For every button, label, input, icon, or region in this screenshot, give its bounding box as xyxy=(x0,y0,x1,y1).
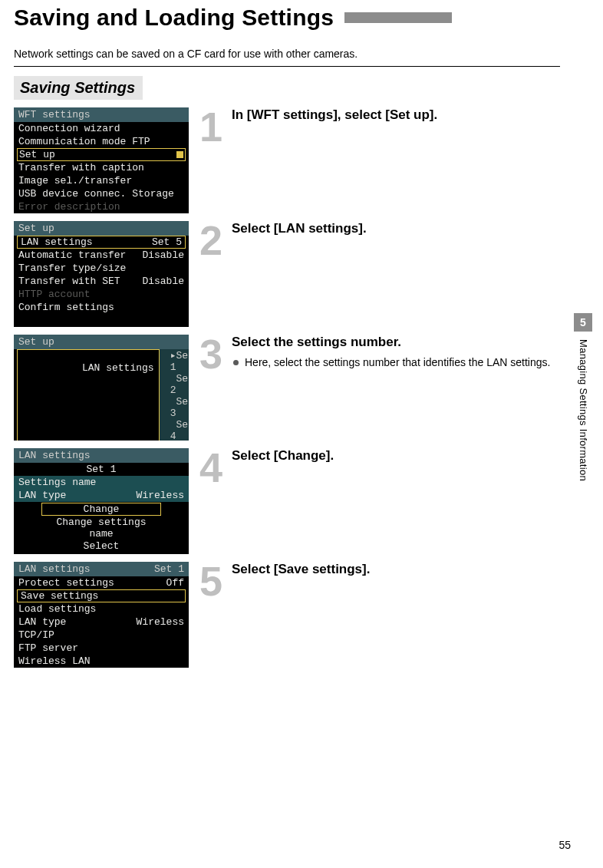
menu-item-selected: Set up xyxy=(17,148,186,161)
menu-item-disabled: HTTP account xyxy=(14,288,189,301)
dropdown-option: Set 2 xyxy=(170,373,189,396)
step-instruction: In [WFT settings], select [Set up]. xyxy=(232,107,560,123)
menu-item: Load settings xyxy=(14,602,189,616)
chapter-label: Managing Settings Information xyxy=(578,339,589,481)
menu-item: Transfer with SETDisable xyxy=(14,275,189,288)
screenshot-save-settings: LAN settingsSet 1 Protect settingsOff Sa… xyxy=(14,562,189,668)
dropdown-option: ▸Set 1 xyxy=(170,350,189,373)
step-instruction: Select [Change]. xyxy=(232,448,560,464)
menu-item: Transfer with caption xyxy=(14,161,189,174)
menu-item: Communication mode FTP xyxy=(14,135,189,148)
menu-item: Protect settingsOff xyxy=(14,576,189,589)
section-heading: Saving Settings xyxy=(14,76,143,100)
cursor-dot-icon xyxy=(176,151,183,158)
menu-item-value: Set 5 xyxy=(152,236,182,248)
menu-item: Image sel./transfer xyxy=(14,174,189,187)
step-number: 1 xyxy=(195,107,226,213)
menu-button: Select xyxy=(41,540,161,552)
chapter-tab: 5 xyxy=(574,313,592,332)
menu-item: FTP server xyxy=(14,642,189,655)
menu-item: Confirm settings xyxy=(14,301,189,314)
step-number: 2 xyxy=(195,221,226,327)
menu-title: Set up xyxy=(14,221,189,236)
menu-button: Change settings name xyxy=(41,517,161,540)
menu-subtitle: Set 1 xyxy=(14,463,189,476)
menu-title: LAN settings xyxy=(14,448,189,463)
step-instruction: Select the settings number. xyxy=(232,335,560,350)
menu-item: Settings name xyxy=(14,476,189,489)
menu-item: Transfer type/size xyxy=(14,262,189,275)
step-number: 4 xyxy=(195,448,226,554)
dropdown-list: ▸Set 1 Set 2 Set 3 Set 4 Set 5 xyxy=(160,349,189,441)
menu-title: Set up xyxy=(14,335,189,349)
screenshot-lan-number: Set up LAN settings ▸Set 1 Set 2 Set 3 S… xyxy=(14,335,189,441)
menu-item-disabled: Error description xyxy=(14,200,189,213)
step-instruction: Select [LAN settings]. xyxy=(232,221,560,236)
title-decoration-bar xyxy=(344,12,452,23)
screenshot-setup: Set up LAN settings Set 5 Automatic tran… xyxy=(14,221,189,327)
menu-item-label: Set up xyxy=(19,149,55,160)
menu-item: USB device connec. Storage xyxy=(14,187,189,200)
step-detail: Here, select the settings number that id… xyxy=(245,356,550,368)
screenshot-wft-settings: WFT settings Connection wizard Communica… xyxy=(14,107,189,213)
dropdown-option: Set 3 xyxy=(170,396,189,419)
intro-text: Network settings can be saved on a CF ca… xyxy=(14,48,560,67)
page-number: 55 xyxy=(559,839,571,851)
page-title: Saving and Loading Settings xyxy=(14,5,334,31)
menu-item-label: LAN settings xyxy=(21,236,93,248)
menu-item: Automatic transferDisable xyxy=(14,249,189,262)
bullet-icon xyxy=(233,360,239,365)
screenshot-change: LAN settings Set 1 Settings name LAN typ… xyxy=(14,448,189,554)
dropdown-option: Set 4 xyxy=(170,419,189,441)
menu-item: LAN settings xyxy=(17,349,160,441)
menu-item: LAN typeWireless xyxy=(14,489,189,502)
step-number: 3 xyxy=(195,335,226,441)
menu-item-label: Save settings xyxy=(21,590,98,602)
menu-item: TCP/IP xyxy=(14,629,189,642)
menu-item: Connection wizard xyxy=(14,122,189,135)
menu-button-selected: Change xyxy=(41,503,161,516)
menu-item-label: LAN settings xyxy=(82,362,154,374)
step-number: 5 xyxy=(195,562,226,668)
menu-item-selected: LAN settings Set 5 xyxy=(17,236,186,249)
menu-item: Wireless LAN xyxy=(14,655,189,668)
step-instruction: Select [Save settings]. xyxy=(232,562,560,577)
menu-item-selected: Save settings xyxy=(17,589,186,602)
menu-item: LAN typeWireless xyxy=(14,616,189,629)
menu-title: WFT settings xyxy=(14,107,189,122)
menu-title: LAN settingsSet 1 xyxy=(14,562,189,576)
